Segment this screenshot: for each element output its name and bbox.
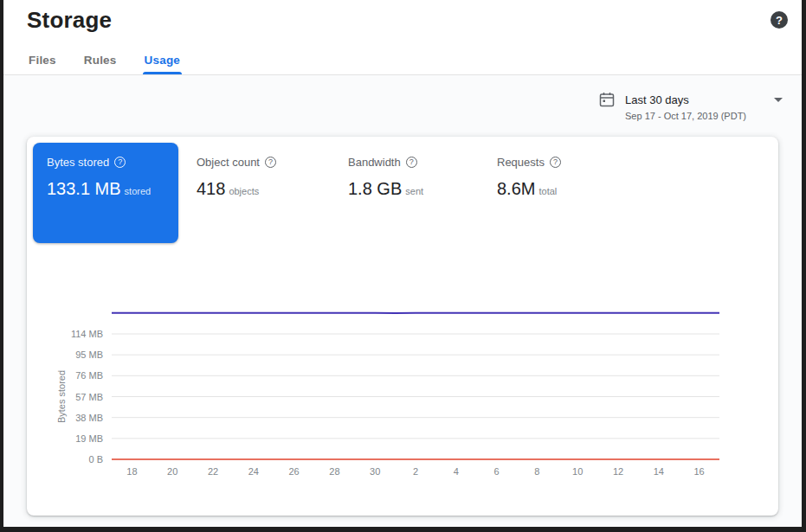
metric-help-icon[interactable]: ? xyxy=(550,157,561,168)
svg-text:76 MB: 76 MB xyxy=(75,370,103,381)
metric-help-icon[interactable]: ? xyxy=(406,157,417,168)
metric-help-icon[interactable]: ? xyxy=(114,157,126,168)
svg-text:114 MB: 114 MB xyxy=(71,329,103,339)
metric-unit: objects xyxy=(229,186,259,196)
svg-text:38 MB: 38 MB xyxy=(75,413,103,423)
metric-unit: stored xyxy=(125,186,152,196)
svg-text:95 MB: 95 MB xyxy=(75,349,103,360)
usage-card: Bytes stored ? 133.1 MBstored Object cou… xyxy=(27,137,778,516)
tab-bar: Files Rules Usage xyxy=(27,50,182,74)
metric-bandwidth[interactable]: Bandwidth ? 1.8 GBsent xyxy=(348,156,423,199)
metric-value: 1.8 GB xyxy=(348,179,402,198)
help-icon[interactable]: ? xyxy=(771,11,788,29)
svg-text:0 B: 0 B xyxy=(88,454,103,465)
svg-text:4: 4 xyxy=(454,466,459,477)
svg-text:19 MB: 19 MB xyxy=(75,433,103,444)
svg-text:6: 6 xyxy=(494,466,500,477)
metric-object-count[interactable]: Object count ? 418objects xyxy=(197,156,276,199)
svg-text:2: 2 xyxy=(413,466,418,477)
tabs-divider xyxy=(3,74,802,75)
metric-value: 418 xyxy=(197,179,225,198)
chevron-down-icon[interactable] xyxy=(774,98,783,102)
svg-text:20: 20 xyxy=(167,466,177,477)
bytes-stored-line-chart: 0 B19 MB38 MB57 MB76 MB95 MB114 MB182022… xyxy=(53,294,763,502)
metric-value: 133.1 MB xyxy=(47,179,121,198)
tab-usage[interactable]: Usage xyxy=(143,50,183,74)
metric-requests[interactable]: Requests ? 8.6Mtotal xyxy=(497,156,561,199)
metric-label: Bandwidth xyxy=(348,156,401,169)
metric-help-icon[interactable]: ? xyxy=(265,157,276,168)
date-range-detail: Sep 17 - Oct 17, 2019 (PDT) xyxy=(625,111,783,121)
metric-tile-bytes-stored[interactable]: Bytes stored ? 133.1 MBstored xyxy=(33,143,178,243)
svg-text:22: 22 xyxy=(208,466,218,477)
svg-text:Bytes stored: Bytes stored xyxy=(56,370,67,423)
date-range-preset: Last 30 days xyxy=(625,93,769,106)
tab-files[interactable]: Files xyxy=(27,50,58,74)
metric-label: Object count xyxy=(197,156,260,169)
page-title: Storage xyxy=(27,7,112,34)
app-frame: Storage ? Files Rules Usage Last 30 days… xyxy=(0,0,806,532)
svg-text:12: 12 xyxy=(613,466,623,477)
metric-unit: total xyxy=(538,186,557,196)
metric-value: 8.6M xyxy=(497,179,535,198)
svg-text:26: 26 xyxy=(288,466,299,477)
calendar-icon xyxy=(599,92,615,107)
metric-label: Bytes stored xyxy=(47,156,109,169)
svg-text:28: 28 xyxy=(329,466,339,477)
svg-text:14: 14 xyxy=(654,466,664,477)
metric-label: Requests xyxy=(497,156,545,169)
svg-text:57 MB: 57 MB xyxy=(75,392,103,402)
svg-text:16: 16 xyxy=(693,466,704,477)
tab-rules[interactable]: Rules xyxy=(82,50,119,74)
svg-text:10: 10 xyxy=(572,466,583,477)
svg-text:8: 8 xyxy=(534,466,539,477)
date-range-selector[interactable]: Last 30 days Sep 17 - Oct 17, 2019 (PDT) xyxy=(599,92,783,121)
svg-text:30: 30 xyxy=(370,466,380,477)
svg-text:18: 18 xyxy=(126,466,137,477)
metric-unit: sent xyxy=(405,186,423,196)
svg-text:24: 24 xyxy=(248,466,259,477)
help-glyph: ? xyxy=(776,14,783,27)
